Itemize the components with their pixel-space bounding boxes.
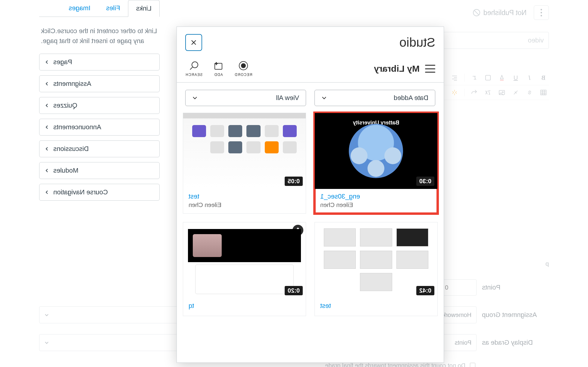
svg-point-1 <box>541 12 542 14</box>
link-category-assignments[interactable]: Assignments <box>39 75 160 92</box>
close-icon <box>191 39 197 45</box>
link-category-quizzes[interactable]: Quizzes <box>39 97 160 114</box>
publish-status-label: Not Published <box>483 9 527 17</box>
chevron-right-icon <box>45 103 49 108</box>
media-card[interactable]: 0:42 test <box>314 222 438 316</box>
chevron-down-icon <box>44 340 49 345</box>
unpublished-icon <box>473 9 480 17</box>
media-title: test <box>189 193 300 200</box>
media-card[interactable]: 0:20 tq <box>183 222 306 316</box>
link-button[interactable] <box>525 88 534 97</box>
assignment-group-label: Assignment Group <box>477 311 549 319</box>
link-category-course-navigation[interactable]: Course Navigation <box>39 184 160 201</box>
svg-point-14 <box>241 64 246 68</box>
tab-images[interactable]: Images <box>61 0 98 17</box>
image-button[interactable] <box>498 88 506 97</box>
svg-point-16 <box>192 62 198 68</box>
table-button[interactable] <box>539 88 548 97</box>
svg-point-11 <box>502 92 503 93</box>
media-thumbnail: 0:05 <box>183 113 306 189</box>
studio-title: Studio <box>399 35 435 50</box>
media-duration: 0:30 <box>416 177 434 186</box>
underline-button[interactable]: U <box>511 74 520 82</box>
svg-rect-5 <box>486 75 490 80</box>
media-title: eng_30sec_1 <box>320 193 432 200</box>
chevron-down-icon <box>44 312 49 317</box>
media-thumbnail: 0:20 <box>183 222 306 298</box>
svg-point-0 <box>541 9 542 11</box>
chevron-right-icon <box>45 60 49 64</box>
chevron-right-icon <box>45 147 49 151</box>
sort-filter-label: Date Added <box>394 94 428 102</box>
content-panel-tabs: Links Files Images <box>39 0 160 17</box>
library-title: My Library <box>374 64 420 74</box>
search-icon <box>189 61 199 71</box>
media-card[interactable]: Battery University 0:30 eng_30sec_1 Eile… <box>314 113 438 214</box>
svg-line-4 <box>474 10 479 15</box>
link-category-discussions[interactable]: Discussions <box>39 140 160 157</box>
exclude-from-grade-checkbox[interactable] <box>470 363 475 367</box>
insert-content-panel: Links Files Images Link to other content… <box>39 0 160 201</box>
chevron-right-icon <box>45 125 49 129</box>
library-menu-button[interactable] <box>425 65 435 73</box>
media-title: test <box>320 302 432 310</box>
search-button[interactable]: SEARCH <box>185 61 202 77</box>
chevron-down-icon <box>192 95 198 101</box>
svg-rect-9 <box>541 90 546 95</box>
link-category-modules[interactable]: Modules <box>39 162 160 179</box>
undo-button[interactable] <box>470 88 478 97</box>
display-grade-label: Display Grade as <box>477 339 549 347</box>
media-author: Eileen Chen <box>320 202 432 209</box>
text-color-button[interactable] <box>498 74 506 82</box>
add-media-button[interactable]: ADD <box>213 61 224 77</box>
record-button[interactable]: RECORD <box>234 61 252 77</box>
chevron-right-icon <box>45 190 49 194</box>
align-left-button[interactable] <box>450 74 459 82</box>
view-filter[interactable]: View All <box>185 90 306 106</box>
unlink-button[interactable] <box>511 88 520 97</box>
media-grid: Battery University 0:30 eng_30sec_1 Eile… <box>183 113 438 316</box>
record-icon <box>238 61 249 71</box>
points-label: Points <box>477 284 549 291</box>
tab-files[interactable]: Files <box>98 0 128 17</box>
media-title: tq <box>189 302 300 310</box>
tab-links[interactable]: Links <box>128 0 160 17</box>
media-duration: 0:42 <box>416 286 434 295</box>
chevron-right-icon <box>45 168 49 173</box>
studio-modal: Studio My Library RECORD ADD <box>177 27 444 363</box>
media-thumbnail: Battery University 0:30 <box>315 113 437 189</box>
media-duration: 0:20 <box>285 286 303 295</box>
link-category-pages[interactable]: Pages <box>39 54 160 71</box>
link-categories: Pages Assignments Quizzes Announcements … <box>39 54 160 201</box>
media-author: Eileen Chen <box>189 202 300 209</box>
close-button[interactable] <box>185 34 202 51</box>
add-icon <box>213 61 224 71</box>
sort-filter[interactable]: Date Added <box>314 90 435 106</box>
italic-button[interactable]: I <box>525 74 534 82</box>
points-input[interactable] <box>440 279 477 296</box>
bold-button[interactable]: B <box>539 74 548 82</box>
publish-status: Not Published <box>473 9 527 17</box>
media-card[interactable]: 0:05 test Eileen Chen <box>183 113 306 214</box>
chevron-down-icon <box>321 95 327 101</box>
view-filter-label: View All <box>276 94 299 102</box>
chevron-right-icon <box>45 82 49 86</box>
media-duration: 0:05 <box>285 177 303 186</box>
kebab-icon <box>540 9 542 17</box>
clear-format-button[interactable] <box>470 74 478 82</box>
equation-button[interactable] <box>484 88 492 97</box>
page-more-options-button[interactable] <box>534 5 549 20</box>
link-category-announcements[interactable]: Announcements <box>39 119 160 136</box>
svg-point-2 <box>541 15 542 17</box>
links-help-text: Link to other content in the course.Clic… <box>39 17 160 54</box>
bg-color-button[interactable] <box>484 74 492 82</box>
media-embed-button[interactable] <box>450 88 459 97</box>
display-grade-value: Points <box>455 339 471 346</box>
media-thumbnail: 0:42 <box>315 222 437 298</box>
